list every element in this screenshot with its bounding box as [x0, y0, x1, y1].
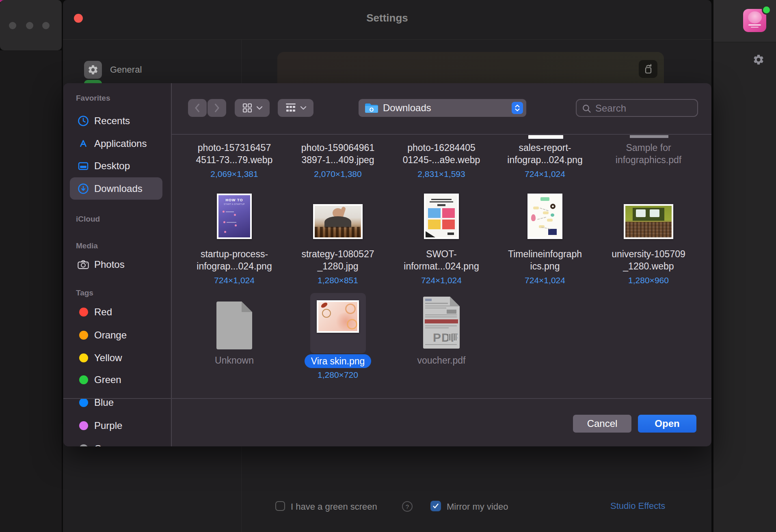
file-item[interactable]: SWOT- informat...024.png 724×1,024 [389, 194, 493, 286]
sidebar-item-downloads[interactable]: Downloads [70, 182, 166, 196]
file-dimensions: 1,280×851 [286, 275, 390, 286]
location-dropdown[interactable]: Downloads [359, 99, 526, 117]
group-view-button[interactable] [278, 99, 313, 117]
file-thumbnail [624, 204, 673, 239]
tag-color-dot [79, 421, 88, 430]
file-dimensions: 2,069×1,381 [182, 169, 286, 179]
mirror-video-label[interactable]: Mirror my video [447, 502, 508, 512]
file-item[interactable]: Unknown [182, 293, 286, 366]
file-thumbnail [424, 194, 459, 239]
open-button[interactable]: Open [638, 415, 696, 433]
sidebar-tag-green[interactable]: Green [70, 373, 166, 387]
tag-color-dot [79, 375, 88, 384]
file-item[interactable]: Sample for infographics.pdf [597, 142, 700, 166]
footer-divider [63, 398, 711, 399]
search-field[interactable] [576, 99, 698, 117]
rotate-icon [642, 63, 654, 75]
camera-icon [77, 259, 89, 270]
file-item[interactable]: sales-report- infograp...024.png 724×1,0… [493, 142, 597, 179]
sidebar-tag-orange[interactable]: Orange [70, 328, 166, 342]
online-status-dot [762, 5, 771, 15]
tag-color-dot [79, 398, 88, 407]
file-dimensions: 724×1,024 [389, 275, 493, 286]
file-thumbnail [317, 300, 359, 333]
chevron-down-icon [300, 106, 307, 110]
cancel-button[interactable]: Cancel [573, 415, 631, 433]
file-item[interactable]: PDF voucher.pdf [389, 293, 493, 366]
file-dimensions: 724×1,024 [493, 169, 597, 179]
generic-file-icon [216, 302, 252, 349]
file-dimensions: 2,831×1,593 [389, 169, 493, 179]
toolbar-divider [172, 134, 711, 135]
thumbnail-sliver [528, 135, 563, 139]
icloud-header: iCloud [76, 215, 100, 224]
file-item[interactable]: photo-157316457 4511-73...79.webp 2,069×… [182, 142, 286, 179]
grid-view-icon [242, 103, 253, 113]
chevron-right-icon [213, 103, 221, 113]
file-dimensions: 1,280×960 [597, 275, 700, 286]
sidebar-item-desktop[interactable]: Desktop [70, 159, 166, 173]
main-app-window-edge [713, 0, 776, 532]
background-window [0, 0, 62, 50]
file-thumbnail: HOW TO START A STARTUP [217, 194, 252, 239]
chevron-left-icon [193, 103, 201, 113]
settings-gear-button[interactable] [752, 54, 765, 67]
forward-button[interactable] [208, 99, 226, 117]
sidebar-item-general[interactable]: General [84, 61, 222, 79]
tag-color-dot [79, 308, 88, 317]
sidebar-item-label: General [110, 65, 142, 75]
dropdown-stepper-icon [512, 102, 523, 114]
file-item[interactable]: HOW TO START A STARTUP startup-process- … [182, 194, 286, 286]
appstore-icon [77, 138, 89, 150]
icon-view-button[interactable] [235, 99, 270, 117]
green-screen-checkbox[interactable] [275, 501, 285, 511]
window-control-dot[interactable] [9, 22, 16, 29]
file-thumbnail [527, 194, 562, 239]
desktop-icon [77, 160, 89, 172]
file-thumbnail [313, 204, 363, 239]
green-screen-label[interactable]: I have a green screen [291, 502, 377, 512]
downloads-folder-icon [364, 102, 379, 114]
sidebar-item-applications[interactable]: Applications [70, 137, 166, 151]
window-control-dot[interactable] [26, 22, 33, 29]
file-dimensions: 2,070×1,380 [286, 169, 390, 179]
mirror-video-checkbox[interactable] [430, 501, 441, 511]
page-fold [242, 302, 252, 312]
page-fold [450, 297, 460, 306]
avatar-decoration [748, 24, 761, 26]
dialog-sidebar: Favorites Recents Applications Desktop [63, 83, 172, 446]
settings-titlebar: Settings [63, 0, 711, 40]
sidebar-tag-purple[interactable]: Purple [70, 419, 166, 433]
sidebar-tag-red[interactable]: Red [70, 305, 166, 319]
gear-icon [752, 54, 765, 66]
gear-icon [84, 61, 102, 79]
tag-color-dot [79, 444, 88, 446]
tags-header: Tags [76, 289, 93, 297]
sidebar-item-recents[interactable]: Recents [70, 114, 166, 128]
sidebar-item-photos[interactable]: Photos [70, 258, 166, 271]
favorites-header: Favorites [76, 94, 110, 103]
file-open-dialog: Favorites Recents Applications Desktop [63, 83, 711, 446]
tag-color-dot [79, 353, 88, 362]
group-view-icon [285, 103, 296, 113]
file-item[interactable]: university-105709 _1280.webp 1,280×960 [597, 194, 700, 286]
selection-highlight [310, 293, 366, 353]
screen: Settings General I have a green screen ?… [0, 0, 776, 532]
file-item[interactable]: strategy-1080527 _1280.jpg 1,280×851 [286, 194, 390, 286]
rotate-preview-button[interactable] [639, 60, 657, 78]
search-input[interactable] [594, 101, 696, 116]
sidebar-tag-gray[interactable]: Gray [70, 442, 166, 446]
file-item[interactable]: photo-159064961 3897-1...409.jpeg 2,070×… [286, 142, 390, 179]
search-icon [581, 103, 592, 114]
back-button[interactable] [188, 99, 207, 117]
main-app-toolbar [713, 0, 776, 42]
file-item[interactable]: Timelineinfograph ics.png 724×1,024 [493, 194, 597, 286]
media-header: Media [76, 241, 98, 250]
help-icon[interactable]: ? [402, 501, 413, 512]
settings-window-title: Settings [63, 12, 711, 24]
file-item[interactable]: photo-16284405 01245-...a9e.webp 2,831×1… [389, 142, 493, 179]
sidebar-tag-yellow[interactable]: Yellow [70, 351, 166, 365]
studio-effects-link[interactable]: Studio Effects [610, 501, 665, 511]
window-control-dot[interactable] [42, 22, 50, 29]
file-item-selected[interactable]: Vira skin.png 1,280×720 [286, 293, 390, 380]
